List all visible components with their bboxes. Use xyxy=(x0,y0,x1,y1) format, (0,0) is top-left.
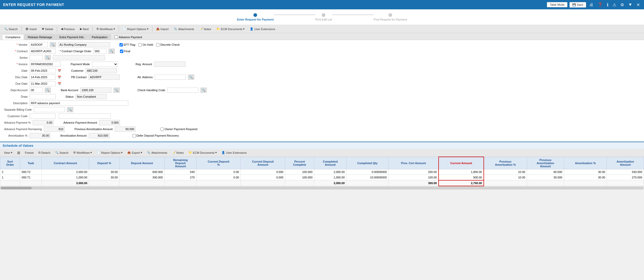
final-checkbox[interactable] xyxy=(120,50,123,53)
previous-amortization-amount-input[interactable] xyxy=(115,126,136,132)
sov-report-options-button[interactable]: 📄 Report Options ▾ xyxy=(95,150,124,155)
table-cell[interactable]: 100.000 xyxy=(285,175,314,180)
table-cell[interactable]: 30.00 xyxy=(564,175,607,180)
description-input[interactable] xyxy=(30,101,128,106)
toolbar-search-button[interactable]: 🔍 Search xyxy=(2,26,20,31)
dropdown-icon[interactable]: ▼ xyxy=(627,2,633,7)
table-cell[interactable]: 0.000 xyxy=(241,175,285,180)
payment-mode-select[interactable] xyxy=(92,62,118,67)
table-cell[interactable]: 10.00 xyxy=(484,175,527,180)
defer-deposit-checkbox[interactable] xyxy=(132,134,136,137)
series-search-button[interactable]: 🔍 xyxy=(45,55,51,60)
advance-payment-checkbox[interactable] xyxy=(115,35,118,39)
alt-address-search-button[interactable]: 🔍 xyxy=(188,75,194,80)
series-input[interactable] xyxy=(30,55,43,60)
table-cell[interactable]: 0.00 xyxy=(196,175,241,180)
dept-account-input[interactable] xyxy=(30,88,43,93)
customer-code-desc-input[interactable] xyxy=(59,114,111,119)
customer-code-input[interactable] xyxy=(30,114,56,119)
sov-view-button[interactable]: View ▾ xyxy=(2,150,14,155)
close-icon[interactable]: ✕ xyxy=(635,2,641,7)
table-cell[interactable]: 300.000 xyxy=(119,175,164,180)
toolbar-next-button[interactable]: ▶ Next xyxy=(78,26,91,31)
discrete-check-checkbox[interactable] xyxy=(156,43,159,46)
table-cell[interactable]: 30.00 xyxy=(89,169,120,175)
table-cell[interactable]: 1 xyxy=(0,175,20,180)
table-cell[interactable]: 30.000 xyxy=(527,175,564,180)
amortization-pct-input[interactable] xyxy=(30,133,50,138)
vendor-code-input[interactable] xyxy=(30,42,48,47)
table-cell[interactable]: 2,000.00 xyxy=(42,169,89,175)
toolbar-insert-button[interactable]: ➕ Insert xyxy=(23,26,39,31)
due-date-input[interactable] xyxy=(30,81,56,86)
check-handling-code-input[interactable] xyxy=(167,88,198,93)
table-cell[interactable]: 60.000 xyxy=(527,169,564,175)
owner-payment-required-checkbox[interactable] xyxy=(160,128,164,131)
wizard-step-2[interactable]: Print Edit List xyxy=(315,13,332,21)
contract-change-order-search-button[interactable]: 🔍 xyxy=(109,49,115,54)
advance-payment-remaining-input[interactable] xyxy=(44,126,65,132)
series-desc-input[interactable] xyxy=(53,55,105,60)
sov-search-button[interactable]: 🔍 Search xyxy=(53,150,70,155)
table-cell[interactable]: 10.00 xyxy=(484,169,527,175)
table-cell[interactable]: 540.000 xyxy=(607,169,644,175)
date-calendar-icon[interactable]: 📅 xyxy=(58,69,61,72)
table-cell[interactable]: 10.00000000 xyxy=(346,175,388,180)
advance-payment-amount-input[interactable] xyxy=(99,120,120,125)
table-cell[interactable]: 1,800.00 xyxy=(439,169,484,175)
tab-compliance[interactable]: Compliance xyxy=(2,34,24,40)
tab-release-retainage[interactable]: Release Retainage xyxy=(24,34,56,40)
advance-payment-pct-input[interactable] xyxy=(33,120,53,125)
contract-change-order-input[interactable] xyxy=(93,49,106,54)
toolbar-report-options-button[interactable]: 📄 Report Options ▾ xyxy=(120,26,151,31)
sov-workflows-button[interactable]: ⚙ Workflows ▾ xyxy=(71,150,94,155)
table-cell[interactable]: 2,000.00 xyxy=(314,169,346,175)
on-hold-checkbox[interactable] xyxy=(138,43,142,46)
tab-extra-payment-info[interactable]: Extra Payment Info. xyxy=(56,34,88,40)
sov-freeze-button[interactable]: Freeze xyxy=(23,151,36,155)
table-cell[interactable]: 0.00000000 xyxy=(346,169,388,175)
sov-detach-button[interactable]: ⧉ Detach xyxy=(37,150,52,155)
print-icon[interactable]: 🖨 xyxy=(588,2,594,7)
tab-participation[interactable]: Participation xyxy=(88,34,111,40)
sov-freeze-icon-button[interactable]: ⊞ xyxy=(15,150,22,155)
table-cell[interactable]: 2 xyxy=(0,169,20,175)
bank-account-search-button[interactable]: 🔍 xyxy=(113,88,120,93)
separate-billing-code-input[interactable] xyxy=(34,107,65,112)
table-mode-button[interactable]: Table Mode xyxy=(547,2,567,7)
table-cell[interactable]: 000.T2 xyxy=(20,169,42,175)
toolbar-delete-button[interactable]: ✖ Delete xyxy=(40,26,55,31)
table-cell[interactable]: 0.000 xyxy=(241,169,285,175)
sov-attachments-button[interactable]: 📎 Attachments xyxy=(145,150,169,155)
sov-export-button[interactable]: 📤 Export ▾ xyxy=(125,150,144,155)
table-cell[interactable]: 1,000.00 xyxy=(42,175,89,180)
table-cell[interactable]: 30.00 xyxy=(564,169,607,175)
sov-ecm-documents-button[interactable]: 📁 ECM Documents ▾ xyxy=(187,150,219,155)
warning-icon[interactable]: ⚠ xyxy=(612,2,617,7)
scrollbar-thumb[interactable] xyxy=(1,187,32,189)
table-cell[interactable]: 270 xyxy=(164,175,196,180)
customer-input[interactable] xyxy=(86,68,117,73)
pb-contract-input[interactable] xyxy=(89,75,120,80)
horizontal-scrollbar[interactable] xyxy=(0,186,644,190)
table-cell[interactable]: 540 xyxy=(164,169,196,175)
wizard-step-1[interactable]: Enter Request for Payment xyxy=(237,13,274,21)
sov-user-extensions-button[interactable]: 👤 User Extensions xyxy=(220,150,249,155)
disc-date-calendar-icon[interactable]: 📅 xyxy=(58,76,61,79)
table-cell[interactable]: 100.000 xyxy=(285,169,314,175)
sov-notes-button[interactable]: 📝 Notes xyxy=(170,150,186,155)
info-icon[interactable]: ℹ xyxy=(606,2,609,7)
help-icon[interactable]: ❓ xyxy=(596,2,604,7)
toolbar-import-button[interactable]: 📥 Import xyxy=(154,26,171,31)
wizard-step-3[interactable]: Post Request for Payment xyxy=(374,13,407,21)
toolbar-ecm-documents-button[interactable]: 📁 ECM Documents ▾ xyxy=(214,26,247,31)
separate-billing-code-search-button[interactable]: 🔍 xyxy=(67,107,73,112)
toolbar-notes-button[interactable]: 📝 Notes xyxy=(197,26,213,31)
invoice-input[interactable] xyxy=(30,62,61,67)
toolbar-user-extensions-button[interactable]: 👤 User Extensions xyxy=(248,26,277,31)
reg-amount-input[interactable] xyxy=(154,62,185,67)
save-button[interactable]: 💾 Save xyxy=(569,2,586,8)
settings-icon[interactable]: ⚙ xyxy=(619,2,625,7)
check-handling-code-search-button[interactable]: 🔍 xyxy=(200,88,207,93)
vendor-name-input[interactable] xyxy=(58,42,110,47)
